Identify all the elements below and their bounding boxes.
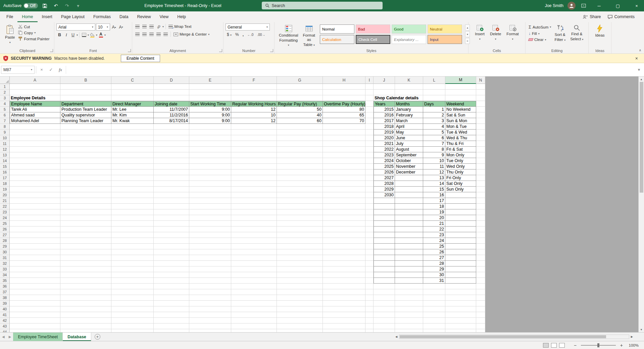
cell-I42[interactable] (365, 318, 374, 323)
cell-A16[interactable] (10, 169, 60, 175)
cell-E35[interactable] (189, 278, 231, 284)
cell-F7[interactable]: 12 (231, 118, 277, 124)
cell-K31[interactable] (395, 255, 423, 261)
cell-K10[interactable]: June (395, 135, 423, 141)
cell-G12[interactable] (277, 147, 323, 152)
row-header-6[interactable]: 6 (0, 112, 10, 118)
cell-B16[interactable] (60, 169, 111, 175)
cell-C16[interactable] (111, 169, 154, 175)
cell-J27[interactable] (374, 232, 395, 238)
cell-G23[interactable] (277, 209, 323, 215)
cell-I36[interactable] (365, 284, 374, 289)
increase-indent-button[interactable] (162, 31, 169, 37)
cell-F40[interactable] (231, 306, 277, 312)
cell-G27[interactable] (277, 232, 323, 238)
cell-E44[interactable] (189, 329, 231, 332)
format-cells-button[interactable]: Format▾ (504, 23, 521, 42)
cell-E34[interactable] (189, 272, 231, 278)
cell-E2[interactable] (189, 90, 231, 95)
cell-L37[interactable] (423, 289, 445, 295)
cell-C9[interactable] (111, 130, 154, 135)
cell-G15[interactable] (277, 164, 323, 169)
cell-C29[interactable] (111, 244, 154, 249)
cell-G8[interactable] (277, 124, 323, 130)
cell-M38[interactable] (445, 295, 476, 301)
cell-L5[interactable]: 1 (423, 107, 445, 112)
cell-N40[interactable] (476, 306, 485, 312)
ribbon-tab-file[interactable]: File (2, 11, 17, 22)
cell-D22[interactable] (154, 204, 189, 209)
cell-N5[interactable] (476, 107, 485, 112)
cell-N38[interactable] (476, 295, 485, 301)
cell-N8[interactable] (476, 124, 485, 130)
cell-G1[interactable] (277, 84, 323, 90)
cell-D11[interactable] (154, 141, 189, 147)
cell-M4[interactable]: Weekend (445, 101, 476, 107)
cell-C42[interactable] (111, 318, 154, 323)
cell-H10[interactable] (323, 135, 365, 141)
scroll-left-arrow[interactable]: ◀ (394, 335, 398, 338)
insert-function-button[interactable]: fx (56, 67, 64, 72)
warning-close-button[interactable]: × (633, 56, 641, 61)
cell-E23[interactable] (189, 209, 231, 215)
cell-M11[interactable]: Thu & Fri (445, 141, 476, 147)
cell-M39[interactable] (445, 301, 476, 306)
cell-F39[interactable] (231, 301, 277, 306)
cell-N41[interactable] (476, 312, 485, 318)
cell-D43[interactable] (154, 323, 189, 329)
sheet-tab-database[interactable]: Database (63, 333, 91, 341)
cell-K14[interactable]: October (395, 158, 423, 164)
row-header-41[interactable]: 41 (0, 312, 10, 318)
cell-J17[interactable]: 2027 (374, 175, 395, 181)
cell-M16[interactable]: Thu Only (445, 169, 476, 175)
cell-G16[interactable] (277, 169, 323, 175)
row-header-36[interactable]: 36 (0, 284, 10, 289)
cell-B25[interactable] (60, 221, 111, 227)
cell-G9[interactable] (277, 130, 323, 135)
cell-L16[interactable]: 12 (423, 169, 445, 175)
cell-C36[interactable] (111, 284, 154, 289)
ribbon-tab-home[interactable]: Home (17, 11, 37, 22)
cell-J23[interactable] (374, 209, 395, 215)
fill-color-button[interactable] (89, 32, 96, 38)
row-header-33[interactable]: 33 (0, 266, 10, 272)
cell-K43[interactable] (395, 323, 423, 329)
cell-B4[interactable]: Department (60, 101, 111, 107)
row-header-35[interactable]: 35 (0, 278, 10, 284)
cell-E6[interactable]: 9:00 (189, 112, 231, 118)
conditional-formatting-button[interactable]: Conditional Formatting ▾ (277, 23, 301, 48)
row-header-23[interactable]: 23 (0, 209, 10, 215)
cell-E40[interactable] (189, 306, 231, 312)
clear-button[interactable]: Clear▾ (528, 37, 552, 42)
fill-button[interactable]: ↓Fill▾ (528, 31, 552, 36)
cell-A13[interactable] (10, 152, 60, 158)
cell-K40[interactable] (395, 306, 423, 312)
zoom-level[interactable]: 100% (627, 343, 639, 347)
cell-K37[interactable] (395, 289, 423, 295)
cell-L13[interactable]: 9 (423, 152, 445, 158)
cell-H6[interactable]: 65 (323, 112, 365, 118)
cell-M25[interactable] (445, 221, 476, 227)
zoom-slider[interactable] (581, 345, 616, 346)
cell-I40[interactable] (365, 306, 374, 312)
cell-K17[interactable] (395, 175, 423, 181)
cell-A35[interactable] (10, 278, 60, 284)
cell-I28[interactable] (365, 238, 374, 244)
cell-C12[interactable] (111, 147, 154, 152)
cell-M12[interactable]: Fri & Sat (445, 147, 476, 152)
cell-B27[interactable] (60, 232, 111, 238)
cell-L40[interactable] (423, 306, 445, 312)
enable-content-button[interactable]: Enable Content (121, 55, 160, 62)
cell-I4[interactable] (365, 101, 374, 107)
cell-L30[interactable]: 26 (423, 249, 445, 255)
vertical-scrollbar[interactable]: ▲ ▼ (638, 77, 644, 332)
normal-view-button[interactable] (543, 343, 549, 348)
cell-D26[interactable] (154, 227, 189, 232)
new-sheet-button[interactable]: + (95, 334, 100, 340)
cell-M37[interactable] (445, 289, 476, 295)
cell-I38[interactable] (365, 295, 374, 301)
cell-L34[interactable]: 30 (423, 272, 445, 278)
cell-M43[interactable] (445, 323, 476, 329)
cell-C31[interactable] (111, 255, 154, 261)
cell-C39[interactable] (111, 301, 154, 306)
